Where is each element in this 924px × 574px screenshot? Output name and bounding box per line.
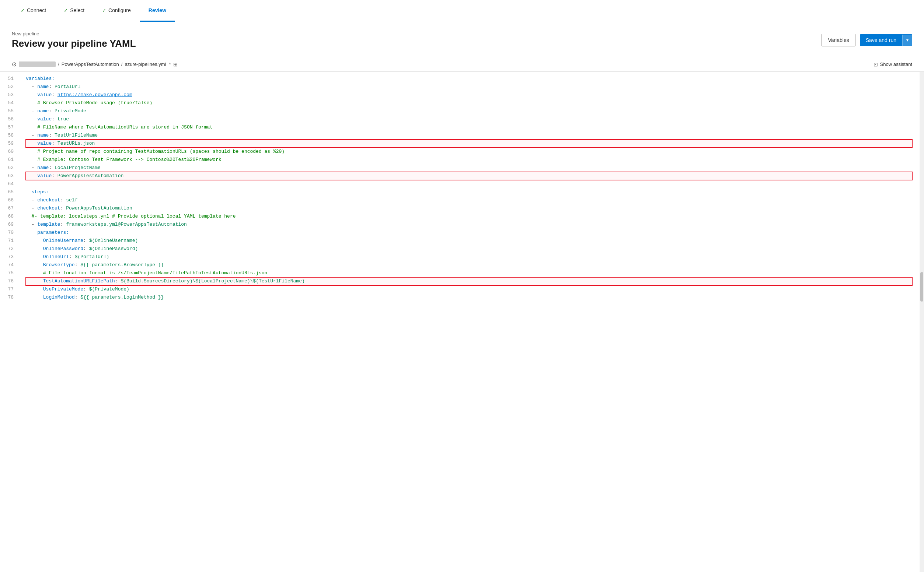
save-run-button-group: Save and run ▾ bbox=[860, 34, 912, 46]
line-number: 78 bbox=[5, 293, 14, 301]
line-number: 69 bbox=[5, 221, 14, 229]
code-line: value: PowerAppsTestAutomation bbox=[26, 172, 912, 180]
code-line: - checkout: PowerAppsTestAutomation bbox=[26, 204, 912, 213]
code-line: #- template: localsteps.yml # Provide op… bbox=[26, 213, 912, 221]
line-number: 73 bbox=[5, 253, 14, 261]
nav-step-label: Configure bbox=[108, 7, 131, 13]
edit-icon[interactable]: ⊞ bbox=[173, 62, 178, 67]
save-run-dropdown-button[interactable]: ▾ bbox=[902, 35, 912, 46]
nav-step-label: Review bbox=[149, 7, 166, 13]
line-number: 75 bbox=[5, 269, 14, 277]
scrollbar-thumb[interactable] bbox=[920, 272, 923, 301]
header-left: New pipeline Review your pipeline YAML bbox=[12, 31, 136, 49]
line-number: 51 bbox=[5, 75, 14, 83]
code-line: parameters: bbox=[26, 229, 912, 237]
file-path: ⊙ ██████████ / PowerAppsTestAutomation /… bbox=[12, 61, 178, 68]
code-line: # Browser PrivateMode usage (true/false) bbox=[26, 99, 912, 107]
assistant-icon: ⊡ bbox=[873, 62, 878, 67]
filename: azure-pipelines.yml bbox=[125, 62, 166, 67]
line-number: 68 bbox=[5, 213, 14, 221]
scrollbar-track[interactable] bbox=[919, 72, 924, 572]
line-number: 52 bbox=[5, 83, 14, 91]
line-number: 53 bbox=[5, 91, 14, 99]
line-number: 63 bbox=[5, 172, 14, 180]
line-number: 64 bbox=[5, 180, 14, 188]
code-line: LoginMethod: ${{ parameters.LoginMethod … bbox=[26, 293, 912, 301]
code-line: value: TestURLs.json bbox=[26, 140, 912, 148]
code-line: value: true bbox=[26, 115, 912, 123]
code-line: OnlinePassword: $(OnlinePassword) bbox=[26, 245, 912, 253]
line-number: 56 bbox=[5, 115, 14, 123]
line-number: 62 bbox=[5, 164, 14, 172]
check-icon: ✓ bbox=[21, 8, 25, 13]
code-line: - name: LocalProjectName bbox=[26, 164, 912, 172]
file-bar: ⊙ ██████████ / PowerAppsTestAutomation /… bbox=[0, 57, 924, 72]
nav-step-review[interactable]: Review bbox=[140, 0, 175, 22]
code-line: UsePrivateMode: $(PrivateMode) bbox=[26, 285, 912, 293]
line-number: 58 bbox=[5, 131, 14, 140]
path-separator-1: / bbox=[58, 62, 59, 67]
save-run-main-button[interactable]: Save and run bbox=[860, 34, 902, 46]
code-line: - name: PrivateMode bbox=[26, 107, 912, 115]
line-number: 57 bbox=[5, 123, 14, 131]
code-content: variables: - name: PortalUrl value: http… bbox=[19, 75, 919, 569]
line-number: 77 bbox=[5, 285, 14, 293]
code-line: value: https://make.powerapps.com bbox=[26, 91, 912, 99]
show-assistant-label: Show assistant bbox=[880, 62, 912, 67]
line-number: 66 bbox=[5, 196, 14, 204]
code-editor[interactable]: 5152535455565758596061626364656667686970… bbox=[0, 72, 919, 572]
wizard-nav: ✓Connect✓Select✓ConfigureReview bbox=[0, 0, 924, 22]
variables-button[interactable]: Variables bbox=[821, 34, 855, 46]
code-line: TestAutomationURLFilePath: $(Build.Sourc… bbox=[26, 277, 912, 285]
code-line: # FileName where TestAutomationURLs are … bbox=[26, 123, 912, 131]
project-name: PowerAppsTestAutomation bbox=[62, 62, 119, 67]
code-line: variables: bbox=[26, 75, 912, 83]
page-title: Review your pipeline YAML bbox=[12, 38, 136, 49]
nav-step-select[interactable]: ✓Select bbox=[55, 0, 93, 22]
code-line: BrowserType: ${{ parameters.BrowserType … bbox=[26, 261, 912, 269]
header-right: Variables Save and run ▾ bbox=[821, 34, 912, 46]
code-line: OnlineUrl: $(PortalUrl) bbox=[26, 253, 912, 261]
code-line bbox=[26, 180, 912, 188]
line-number: 60 bbox=[5, 148, 14, 156]
path-separator-2: / bbox=[121, 62, 123, 67]
line-number: 70 bbox=[5, 229, 14, 237]
line-number: 61 bbox=[5, 156, 14, 164]
line-number: 76 bbox=[5, 277, 14, 285]
nav-step-label: Connect bbox=[27, 7, 46, 13]
line-number: 71 bbox=[5, 237, 14, 245]
line-number: 55 bbox=[5, 107, 14, 115]
line-number: 65 bbox=[5, 188, 14, 196]
repo-name-blurred: ██████████ bbox=[19, 62, 55, 67]
code-editor-wrapper: 5152535455565758596061626364656667686970… bbox=[0, 72, 924, 572]
page-header: New pipeline Review your pipeline YAML V… bbox=[0, 22, 924, 57]
modified-indicator: * bbox=[169, 62, 171, 67]
nav-step-label: Select bbox=[70, 7, 84, 13]
code-line: OnlineUsername: $(OnlineUsername) bbox=[26, 237, 912, 245]
nav-step-configure[interactable]: ✓Configure bbox=[93, 0, 140, 22]
line-numbers: 5152535455565758596061626364656667686970… bbox=[0, 75, 19, 569]
code-line: - name: PortalUrl bbox=[26, 83, 912, 91]
code-line: # Project name of repo containing TestAu… bbox=[26, 148, 912, 156]
check-icon: ✓ bbox=[64, 8, 68, 13]
code-line: - template: frameworksteps.yml@PowerApps… bbox=[26, 221, 912, 229]
nav-step-connect[interactable]: ✓Connect bbox=[12, 0, 55, 22]
line-number: 72 bbox=[5, 245, 14, 253]
show-assistant-button[interactable]: ⊡ Show assistant bbox=[873, 62, 912, 67]
code-line: - checkout: self bbox=[26, 196, 912, 204]
code-line: # File location format is /s/TeamProject… bbox=[26, 269, 912, 277]
line-number: 54 bbox=[5, 99, 14, 107]
code-line: # Example: Contoso Test Framework --> Co… bbox=[26, 156, 912, 164]
line-number: 74 bbox=[5, 261, 14, 269]
github-icon: ⊙ bbox=[12, 61, 17, 68]
check-icon: ✓ bbox=[102, 8, 106, 13]
line-number: 59 bbox=[5, 140, 14, 148]
code-line: steps: bbox=[26, 188, 912, 196]
page-subtitle: New pipeline bbox=[12, 31, 136, 36]
code-line: - name: TestUrlFileName bbox=[26, 131, 912, 140]
line-number: 67 bbox=[5, 204, 14, 213]
